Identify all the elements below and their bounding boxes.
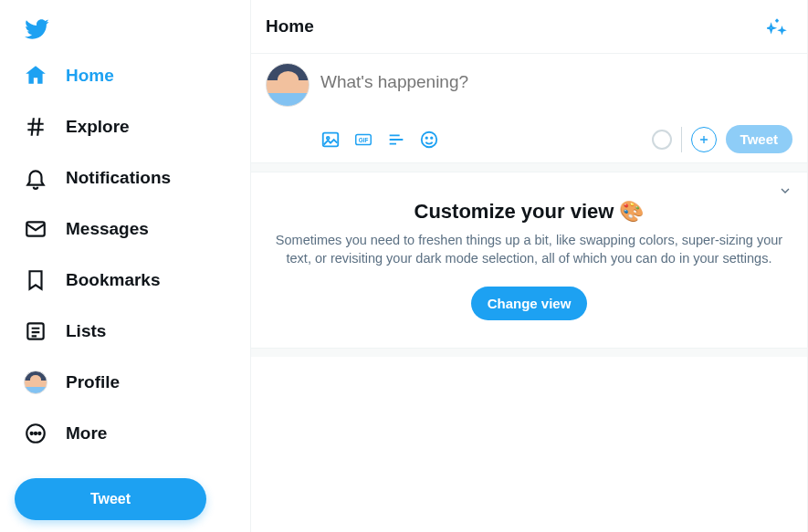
bell-icon [24,166,47,190]
nav-label: Messages [66,219,149,239]
nav-label: More [66,423,107,443]
list-icon [24,319,47,343]
add-thread-button[interactable] [691,127,717,152]
change-view-button[interactable]: Change view [471,287,588,320]
main-header: Home [251,0,807,54]
home-icon [24,64,47,88]
more-icon [24,422,47,445]
divider [681,127,682,152]
top-tweets-button[interactable] [761,11,792,42]
nav-home[interactable]: Home [15,55,236,97]
sidebar-tweet-button[interactable]: Tweet [15,478,206,520]
svg-point-4 [35,433,37,434]
tweet-composer: GIF Tweet [251,54,807,163]
media-icon[interactable] [320,130,341,150]
svg-point-7 [327,136,330,139]
twitter-logo[interactable] [15,7,236,51]
customize-description: Sometimes you need to freshen things up … [273,231,785,268]
sidebar: Home Explore Notifications Messages Book… [0,0,251,532]
composer-tweet-button[interactable]: Tweet [726,125,792,153]
nav-notifications[interactable]: Notifications [15,157,236,199]
main-column: Home GIF [251,0,808,532]
gif-icon[interactable]: GIF [353,130,373,150]
nav-profile[interactable]: Profile [15,361,236,403]
nav-label: Bookmarks [66,270,161,290]
nav-label: Profile [66,372,120,392]
nav-label: Explore [66,117,130,137]
nav-messages[interactable]: Messages [15,208,236,250]
char-count-progress [652,130,672,150]
nav-explore[interactable]: Explore [15,106,236,148]
hashtag-icon [24,115,47,139]
svg-point-12 [431,137,432,138]
bookmark-icon [24,268,47,292]
emoji-icon[interactable] [419,130,439,150]
nav-label: Home [66,66,114,86]
nav-lists[interactable]: Lists [15,310,236,352]
svg-point-5 [38,433,40,434]
svg-point-3 [31,433,33,434]
nav-label: Notifications [66,168,171,188]
svg-text:GIF: GIF [359,136,369,142]
envelope-icon [24,217,47,241]
poll-icon[interactable] [386,130,406,150]
nav-bookmarks[interactable]: Bookmarks [15,259,236,301]
nav-more[interactable]: More [15,412,236,454]
customize-title: Customize your view 🎨 [273,200,785,224]
avatar-icon [24,370,47,394]
page-title: Home [266,16,314,37]
feed-gap [251,348,807,357]
composer-input[interactable] [320,63,792,92]
svg-point-11 [426,137,427,138]
dismiss-card-button[interactable] [776,182,794,200]
svg-point-10 [422,131,437,147]
composer-avatar[interactable] [266,63,310,107]
nav-label: Lists [66,321,106,341]
customize-view-card: Customize your view 🎨 Sometimes you need… [251,172,807,348]
feed-gap [251,163,807,172]
